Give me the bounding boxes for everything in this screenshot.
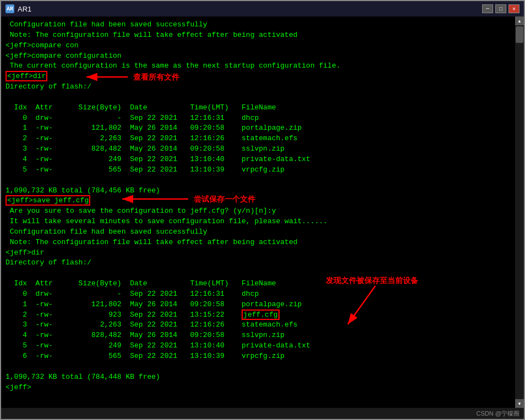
scroll-down-button[interactable]: ▼ <box>515 399 524 408</box>
terminal[interactable]: Configuration file had been saved succes… <box>1 16 515 408</box>
title-bar-left: AR AR1 <box>6 4 31 13</box>
close-button[interactable]: ✕ <box>508 4 519 13</box>
terminal-output: Configuration file had been saved succes… <box>6 20 511 393</box>
content-area: Configuration file had been saved succes… <box>1 16 524 408</box>
scroll-thumb[interactable] <box>516 26 523 43</box>
minimize-button[interactable]: ─ <box>482 4 493 13</box>
window-title: AR1 <box>18 5 31 13</box>
maximize-button[interactable]: □ <box>495 4 506 13</box>
scroll-up-button[interactable]: ▲ <box>515 16 524 25</box>
title-buttons: ─ □ ✕ <box>482 4 519 13</box>
bottom-bar: CSDN @宁檬圈 <box>1 408 524 419</box>
main-window: AR AR1 ─ □ ✕ Configuration file had been… <box>0 0 525 420</box>
title-bar: AR AR1 ─ □ ✕ <box>1 1 524 16</box>
watermark: CSDN @宁檬圈 <box>477 410 519 418</box>
scrollbar[interactable]: ▲ ▼ <box>515 16 524 408</box>
app-icon: AR <box>6 4 14 13</box>
